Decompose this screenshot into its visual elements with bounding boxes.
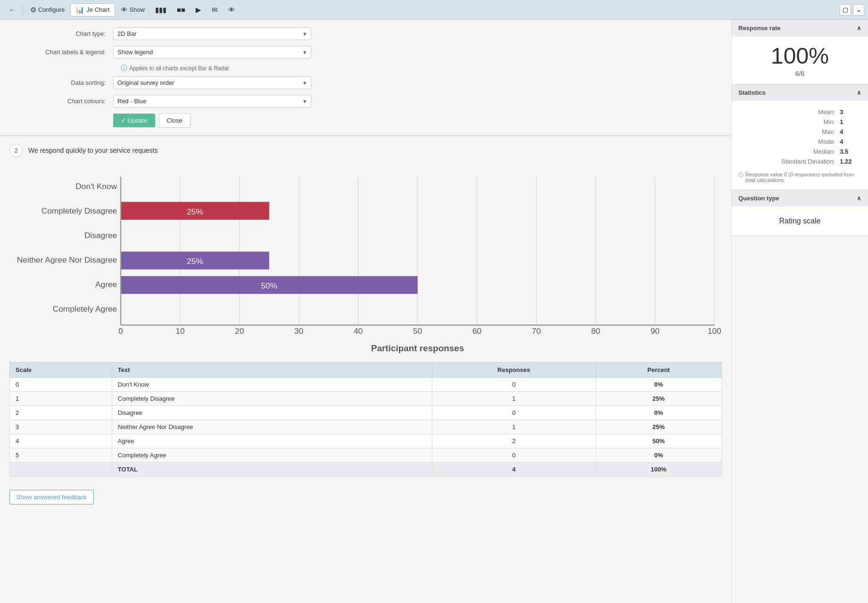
stat-mode-value: 4 (840, 138, 860, 147)
table-row: 2 Disagree 0 0% (10, 406, 722, 420)
cell-scale: 4 (10, 434, 112, 448)
chart-type-label: Chart type: (9, 30, 113, 37)
cell-scale: 5 (10, 448, 112, 463)
cell-text: Agree (112, 434, 432, 448)
bar-chart-icon: ▮▮▮ (155, 6, 166, 14)
statistics-header[interactable]: Statistics ∧ (732, 84, 868, 101)
question-type-title: Question type (738, 195, 779, 202)
y-label-agree: Agree (95, 280, 117, 289)
total-label: TOTAL (112, 463, 432, 477)
stat-min-row: Min: 1 (739, 118, 860, 127)
cell-percent: 25% (595, 420, 721, 434)
x-tick-100: 100 (708, 326, 721, 336)
close-button[interactable]: Close (159, 113, 190, 128)
update-button[interactable]: ✓ Update (113, 114, 155, 127)
sorting-row: Data sorting: Original survey order Asce… (9, 76, 722, 89)
show-button[interactable]: 👁 Show (116, 4, 150, 16)
eye-button[interactable]: 👁 (223, 4, 240, 16)
legend-select[interactable]: Show legend Hide legend (113, 46, 311, 58)
cell-scale: 3 (10, 420, 112, 434)
x-tick-40: 40 (354, 326, 363, 336)
stat-mean-value: 3 (840, 108, 860, 117)
x-tick-50: 50 (413, 326, 422, 336)
colours-select-wrapper: Red - Blue Blue - Green Green - Red ▼ (113, 95, 311, 107)
sorting-select[interactable]: Original survey order Ascending Descendi… (113, 76, 311, 89)
show-icon: 👁 (121, 6, 128, 14)
bar-pct-neither: 25% (187, 256, 203, 266)
cell-percent: 0% (595, 406, 721, 420)
stat-max-label: Max: (739, 128, 839, 137)
question-type-value: Rating scale (738, 213, 861, 229)
show-answered-feedback-button[interactable]: Show answered feedback (9, 490, 94, 504)
bar-chart-button[interactable]: ▮▮▮ (150, 4, 171, 16)
question-type-header[interactable]: Question type ∧ (732, 190, 868, 207)
col-text: Text (112, 363, 432, 378)
question-header: 2 We respond quickly to your service req… (9, 144, 722, 157)
cell-responses: 0 (432, 406, 595, 420)
legend-hint: ⓘ Applies to all charts except Bar & Rad… (121, 64, 722, 73)
mail-button[interactable]: ✉ (207, 4, 223, 16)
question-number: 2 (9, 144, 23, 157)
chart-type-row: Chart type: 2D Bar 3D Bar Line Pie Donut… (9, 27, 722, 40)
total-responses: 4 (432, 463, 595, 477)
stat-max-value: 4 (840, 128, 860, 137)
eye-icon: 👁 (228, 6, 235, 14)
cell-scale: 1 (10, 392, 112, 406)
bar-pct-completely-disagree: 25% (187, 207, 203, 216)
table-row: 3 Neither Agree Nor Disagree 1 25% (10, 420, 722, 434)
col-responses: Responses (432, 363, 595, 378)
stats-note: ⓘ Response value 0 (0 responses) exclude… (738, 172, 861, 183)
response-rate-section: Response rate ∧ 100% 6/6 (732, 20, 868, 84)
stat-median-label: Median: (739, 148, 839, 157)
main-container: Chart type: 2D Bar 3D Bar Line Pie Donut… (0, 20, 868, 603)
table-row: 5 Completely Agree 0 0% (10, 448, 722, 463)
x-tick-0: 0 (118, 326, 123, 336)
cell-scale: 2 (10, 406, 112, 420)
toolbar: ← ⚙ Configure 📊 Je Chart 👁 Show ▮▮▮ ■■ ▶… (0, 0, 868, 20)
cell-responses: 0 (432, 448, 595, 463)
colours-label: Chart colours: (9, 98, 113, 105)
x-tick-20: 20 (235, 326, 244, 336)
chart-icon: 📊 (75, 6, 84, 14)
table-header-row: Scale Text Responses Percent (10, 363, 722, 378)
x-tick-10: 10 (175, 326, 184, 336)
colours-row: Chart colours: Red - Blue Blue - Green G… (9, 95, 722, 107)
configure-icon: ⚙ (30, 6, 36, 14)
grid-button[interactable]: ■■ (172, 4, 190, 16)
cell-percent: 0% (595, 448, 721, 463)
configure-button[interactable]: ⚙ Configure (25, 4, 69, 16)
stats-note-text: Response value 0 (0 responses) excluded … (745, 172, 861, 183)
total-scale (10, 463, 112, 477)
close-window-button[interactable]: ⌄ (853, 4, 864, 16)
cell-text: Completely Agree (112, 448, 432, 463)
x-axis-label: Participant responses (371, 343, 464, 353)
toolbar-right: ▢ ⌄ (840, 4, 864, 16)
chart-type-select[interactable]: 2D Bar 3D Bar Line Pie Donut (113, 27, 311, 40)
statistics-content: Mean: 3 Min: 1 Max: 4 Mode: 4 (732, 101, 868, 190)
x-tick-30: 30 (294, 326, 303, 336)
legend-label: Chart labels & legend: (9, 49, 113, 56)
stat-min-value: 1 (840, 118, 860, 127)
back-button[interactable]: ← (4, 4, 20, 16)
cell-responses: 0 (432, 378, 595, 392)
response-rate-header[interactable]: Response rate ∧ (732, 20, 868, 36)
configure-label: Configure (38, 6, 65, 13)
stat-stddev-row: Standard Deviation: 1.22 (739, 158, 860, 167)
minimize-button[interactable]: ▢ (840, 4, 851, 16)
colours-select[interactable]: Red - Blue Blue - Green Green - Red (113, 95, 311, 107)
sorting-select-wrapper: Original survey order Ascending Descendi… (113, 76, 311, 89)
monitor-button[interactable]: ▶ (191, 4, 206, 16)
table-row: 4 Agree 2 50% (10, 434, 722, 448)
cell-text: Completely Disagree (112, 392, 432, 406)
total-percent: 100% (595, 463, 721, 477)
stat-min-label: Min: (739, 118, 839, 127)
info-icon: ⓘ (121, 64, 127, 73)
cell-percent: 50% (595, 434, 721, 448)
chart-button[interactable]: 📊 Je Chart (70, 3, 115, 17)
legend-row: Chart labels & legend: Show legend Hide … (9, 46, 722, 58)
col-percent: Percent (595, 363, 721, 378)
response-rate-fraction: 6/6 (738, 70, 861, 77)
y-label-completely-disagree: Completely Disagree (41, 206, 117, 215)
monitor-icon: ▶ (196, 6, 201, 14)
table-row: 0 Don't Know 0 0% (10, 378, 722, 392)
